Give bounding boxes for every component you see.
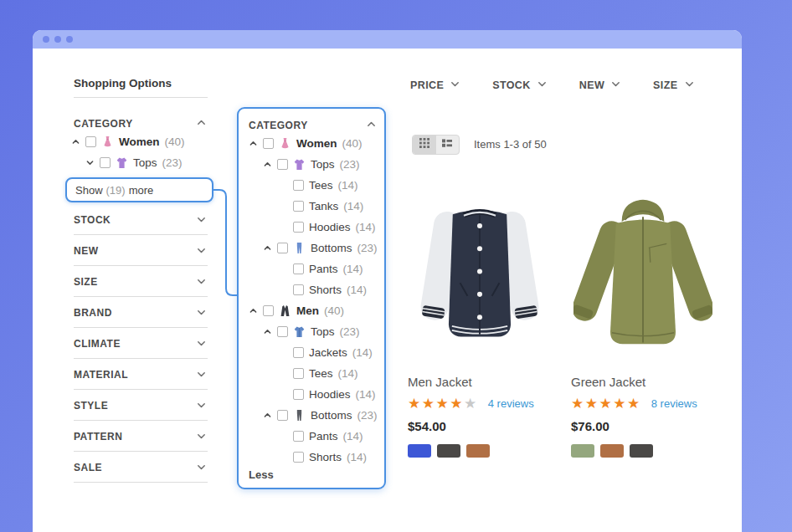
window-dot-icon[interactable] xyxy=(43,36,49,43)
category-label[interactable]: Men xyxy=(296,304,319,317)
window-dot-icon[interactable] xyxy=(54,36,61,43)
reviews-link[interactable]: 4 reviews xyxy=(488,397,534,410)
chevron-up-icon[interactable] xyxy=(263,243,272,253)
category-label[interactable]: Tees xyxy=(309,367,333,380)
category-checkbox[interactable] xyxy=(85,136,96,147)
category-label[interactable]: Women xyxy=(119,136,160,148)
category-checkbox[interactable] xyxy=(293,201,304,212)
category-checkbox[interactable] xyxy=(277,243,288,253)
sidebar-section-style[interactable]: STYLE xyxy=(74,397,208,428)
chevron-down-icon xyxy=(537,78,548,93)
category-checkbox[interactable] xyxy=(293,431,304,442)
category-label[interactable]: Tops xyxy=(311,158,335,171)
category-checkbox[interactable] xyxy=(277,410,288,421)
category-checkbox[interactable] xyxy=(293,284,304,295)
product-name[interactable]: Men Jacket xyxy=(408,375,557,389)
star-rating-icons: ★★★★★ xyxy=(571,396,641,411)
chevron-up-icon[interactable] xyxy=(71,137,80,146)
category-label[interactable]: Pants xyxy=(309,263,338,275)
chevron-down-icon xyxy=(196,213,207,228)
filter-dropdown-new[interactable]: NEW xyxy=(579,78,621,93)
chevron-up-icon[interactable] xyxy=(263,411,272,420)
category-label[interactable]: Shorts xyxy=(309,451,342,463)
show-more-label: Show xyxy=(75,184,103,197)
category-label[interactable]: Tees xyxy=(309,179,333,192)
category-label[interactable]: Tops xyxy=(133,156,157,169)
category-checkbox[interactable] xyxy=(277,159,288,170)
grid-view-button[interactable] xyxy=(413,136,436,154)
color-swatch[interactable] xyxy=(571,444,594,458)
category-label[interactable]: Pants xyxy=(309,430,338,442)
category-checkbox[interactable] xyxy=(293,368,304,379)
product-price: $76.00 xyxy=(571,419,720,433)
category-count: (14) xyxy=(356,388,376,401)
color-swatch[interactable] xyxy=(437,444,460,458)
sidebar-section-material[interactable]: MATERIAL xyxy=(74,366,208,397)
sidebar-section-sale[interactable]: SALE xyxy=(74,459,208,490)
color-swatch[interactable] xyxy=(408,444,431,458)
grid-view-icon xyxy=(419,137,430,152)
sidebar-section-stock[interactable]: STOCK xyxy=(74,212,208,243)
category-checkbox[interactable] xyxy=(100,157,111,168)
woman-top-icon xyxy=(293,158,306,171)
category-count: (23) xyxy=(340,158,360,171)
section-label: STYLE xyxy=(74,399,108,412)
list-view-button[interactable] xyxy=(436,136,460,154)
reviews-link[interactable]: 8 reviews xyxy=(651,397,697,410)
category-label[interactable]: Women xyxy=(296,137,337,150)
product-rating: ★★★★★4 reviews xyxy=(408,396,557,411)
category-checkbox[interactable] xyxy=(277,326,288,337)
category-label[interactable]: Jackets xyxy=(309,346,347,359)
filter-dropdown-stock[interactable]: STOCK xyxy=(492,78,548,93)
category-label[interactable]: Tanks xyxy=(309,200,338,212)
product-price: $54.00 xyxy=(408,419,557,433)
chevron-up-icon xyxy=(196,116,207,131)
category-checkbox[interactable] xyxy=(293,347,304,358)
flyout-category-header[interactable]: CATEGORY xyxy=(249,117,378,131)
sidebar-section-pattern[interactable]: PATTERN xyxy=(74,428,208,459)
chevron-up-icon[interactable] xyxy=(263,327,272,336)
chevron-up-icon xyxy=(366,118,377,133)
chevron-up-icon[interactable] xyxy=(249,139,258,148)
category-checkbox[interactable] xyxy=(293,452,304,463)
filter-dropdown-price[interactable]: PRICE xyxy=(410,78,460,93)
category-label[interactable]: Bottoms xyxy=(311,242,352,254)
divider xyxy=(74,482,208,483)
category-checkbox[interactable] xyxy=(293,222,304,233)
category-checkbox[interactable] xyxy=(293,263,304,274)
category-count: (23) xyxy=(357,409,378,422)
divider xyxy=(74,234,208,235)
chevron-up-icon[interactable] xyxy=(249,306,258,315)
color-swatch[interactable] xyxy=(466,444,490,458)
category-checkbox[interactable] xyxy=(293,180,304,191)
category-checkbox[interactable] xyxy=(263,305,274,316)
filter-dropdown-size[interactable]: SIZE xyxy=(653,78,694,93)
category-checkbox[interactable] xyxy=(293,389,304,400)
sidebar-section-climate[interactable]: CLIMATE xyxy=(74,335,208,366)
sidebar-section-category[interactable]: CATEGORY xyxy=(74,115,208,130)
color-swatch[interactable] xyxy=(630,444,653,458)
show-less-button[interactable]: Less xyxy=(249,468,274,481)
category-label[interactable]: Tops xyxy=(311,325,335,338)
sidebar-section-brand[interactable]: BRAND xyxy=(74,304,208,335)
section-label: MATERIAL xyxy=(74,368,128,381)
product-name[interactable]: Green Jacket xyxy=(571,375,720,389)
category-label[interactable]: Hoodies xyxy=(309,388,351,401)
chevron-down-icon[interactable] xyxy=(85,158,95,167)
show-more-button[interactable]: Show (19) more xyxy=(65,177,213,202)
category-label[interactable]: Hoodies xyxy=(309,221,351,233)
sidebar-section-size[interactable]: SIZE xyxy=(74,274,208,304)
category-count: (23) xyxy=(340,325,360,338)
category-label[interactable]: Bottoms xyxy=(311,409,352,422)
chevron-up-icon[interactable] xyxy=(263,160,272,169)
color-swatch[interactable] xyxy=(600,444,624,458)
category-checkbox[interactable] xyxy=(263,138,274,149)
sidebar-title: Shopping Options xyxy=(74,77,172,90)
window-dot-icon[interactable] xyxy=(66,36,73,43)
top-filter-bar: PRICESTOCKNEWSIZE xyxy=(410,78,695,93)
product-image-hooded-jacket[interactable] xyxy=(571,187,715,358)
product-image-varsity-jacket[interactable] xyxy=(408,187,552,358)
sidebar-section-new[interactable]: NEW xyxy=(74,243,208,274)
product-card: Green Jacket★★★★★8 reviews$76.00 xyxy=(571,187,720,458)
category-label[interactable]: Shorts xyxy=(309,284,342,296)
